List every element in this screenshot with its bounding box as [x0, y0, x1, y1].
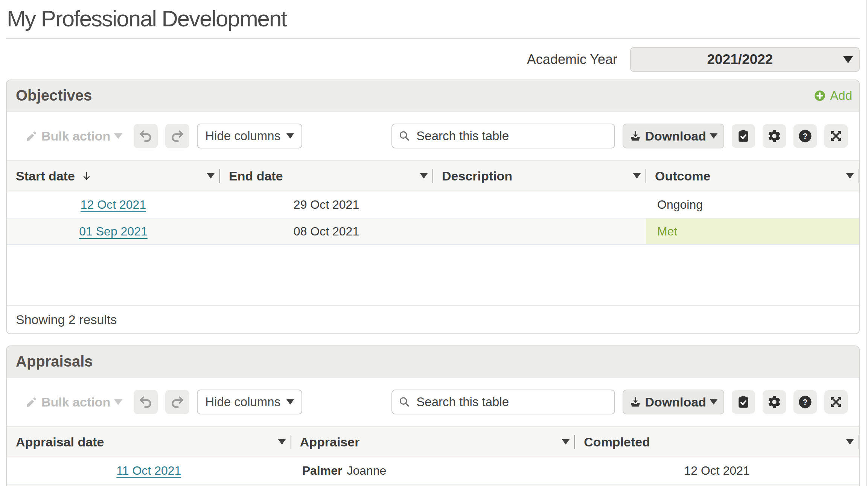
- download-button[interactable]: Download: [623, 390, 724, 414]
- start-date-cell: 12 Oct 2021: [7, 191, 220, 218]
- objectives-panel: Objectives Add Bulk action: [6, 79, 860, 334]
- outcome-cell: Met: [646, 219, 859, 244]
- objectives-results-count: Showing 2 results: [7, 306, 859, 333]
- help-button[interactable]: ?: [793, 390, 817, 414]
- select-rows-button[interactable]: [732, 124, 755, 148]
- undo-icon: [138, 394, 153, 410]
- academic-year-row: Academic Year 2021/2022: [6, 47, 860, 72]
- objectives-header: Objectives Add: [7, 80, 859, 112]
- appraisals-title: Appraisals: [16, 353, 93, 370]
- chevron-down-icon: [710, 133, 717, 139]
- undo-button[interactable]: [134, 390, 158, 414]
- redo-button[interactable]: [165, 390, 189, 414]
- search-icon: [398, 395, 411, 409]
- column-header-outcome[interactable]: Outcome: [646, 161, 859, 191]
- appraisal-date-cell: 11 Oct 2021: [7, 457, 291, 484]
- add-objective-button[interactable]: Add: [814, 89, 852, 103]
- chevron-down-icon: [710, 399, 717, 405]
- chevron-down-icon: [114, 399, 122, 405]
- academic-year-select[interactable]: 2021/2022: [630, 47, 860, 72]
- chevron-down-icon: [286, 399, 294, 405]
- page-right-divider: [866, 0, 866, 486]
- start-date-cell: 01 Sep 2021: [7, 219, 220, 244]
- academic-year-value: 2021/2022: [707, 52, 773, 67]
- help-button[interactable]: ?: [793, 124, 817, 148]
- chevron-down-icon: [286, 133, 294, 139]
- column-header-start-date[interactable]: Start date: [7, 161, 220, 191]
- academic-year-label: Academic Year: [527, 52, 617, 67]
- column-header-end-date[interactable]: End date: [220, 161, 433, 191]
- start-date-link[interactable]: 01 Sep 2021: [79, 225, 148, 238]
- clipboard-check-icon: [736, 395, 751, 409]
- undo-button[interactable]: [134, 124, 158, 148]
- gear-icon: [767, 129, 781, 143]
- end-date-cell: 08 Oct 2021: [220, 219, 433, 244]
- end-date-cell: 29 Oct 2021: [220, 191, 433, 218]
- select-rows-button[interactable]: [732, 390, 755, 414]
- filter-caret-icon[interactable]: [420, 173, 428, 179]
- column-header-appraiser[interactable]: Appraiser: [291, 427, 575, 457]
- filter-caret-icon[interactable]: [633, 173, 641, 179]
- fullscreen-button[interactable]: [824, 124, 848, 148]
- appraisals-header: Appraisals: [7, 346, 859, 377]
- download-icon: [629, 396, 641, 408]
- objectives-toolbar: Bulk action Hide columns: [7, 112, 859, 161]
- table-row: 11 Oct 2021 Palmer Joanne 12 Oct 2021: [7, 457, 859, 484]
- filter-caret-icon[interactable]: [562, 439, 570, 445]
- appraisals-table-header: Appraisal date Appraiser Completed: [7, 427, 859, 457]
- expand-arrows-icon: [829, 129, 843, 143]
- plus-circle-icon: [814, 90, 825, 101]
- download-button[interactable]: Download: [623, 124, 724, 148]
- chevron-down-icon: [843, 56, 853, 63]
- clipboard-check-icon: [736, 129, 751, 143]
- settings-button[interactable]: [763, 390, 786, 414]
- download-icon: [629, 130, 641, 142]
- appraiser-cell: Palmer Joanne: [291, 457, 575, 484]
- objectives-title: Objectives: [16, 87, 92, 104]
- bulk-action-button[interactable]: Bulk action: [26, 395, 122, 410]
- filter-caret-icon[interactable]: [278, 439, 286, 445]
- table-row: 01 Sep 2021 08 Oct 2021 Met: [7, 218, 859, 245]
- search-input[interactable]: [416, 128, 608, 144]
- description-cell: [433, 219, 646, 244]
- filter-caret-icon[interactable]: [846, 173, 854, 179]
- question-circle-icon: ?: [798, 129, 812, 143]
- appraisal-date-link[interactable]: 11 Oct 2021: [116, 464, 181, 478]
- svg-text:?: ?: [803, 131, 808, 141]
- column-header-completed[interactable]: Completed: [575, 427, 859, 457]
- table-row: 12 Oct 2021 29 Oct 2021 Ongoing: [7, 191, 859, 218]
- pencil-icon: [26, 130, 38, 142]
- appraisals-panel: Appraisals Bulk action Hide: [6, 345, 860, 486]
- filter-caret-icon[interactable]: [207, 173, 215, 179]
- page-title: My Professional Development: [6, 0, 860, 39]
- chevron-down-icon: [114, 133, 122, 139]
- table-empty-space: [7, 245, 859, 306]
- search-input[interactable]: [416, 394, 608, 410]
- outcome-cell: Ongoing: [646, 191, 859, 218]
- appraiser-surname: Palmer: [302, 464, 343, 478]
- redo-icon: [170, 128, 185, 144]
- start-date-link[interactable]: 12 Oct 2021: [81, 198, 146, 212]
- gear-icon: [767, 395, 781, 409]
- table-search: [391, 390, 615, 414]
- sort-descending-icon: [81, 170, 92, 182]
- search-icon: [398, 129, 411, 143]
- table-row-partial: [7, 484, 859, 486]
- filter-caret-icon[interactable]: [846, 439, 854, 445]
- hide-columns-button[interactable]: Hide columns: [197, 390, 302, 414]
- question-circle-icon: ?: [798, 395, 812, 409]
- settings-button[interactable]: [763, 124, 786, 148]
- appraisals-toolbar: Bulk action Hide columns: [7, 377, 859, 427]
- svg-text:?: ?: [803, 397, 808, 407]
- undo-icon: [138, 128, 153, 144]
- bulk-action-button[interactable]: Bulk action: [26, 129, 122, 144]
- redo-button[interactable]: [165, 124, 189, 148]
- column-header-description[interactable]: Description: [433, 161, 646, 191]
- objectives-table-header: Start date End date Description Outcome: [7, 161, 859, 191]
- table-search: [391, 124, 615, 148]
- appraiser-forename: Joanne: [347, 464, 386, 478]
- expand-arrows-icon: [829, 395, 843, 409]
- column-header-appraisal-date[interactable]: Appraisal date: [7, 427, 291, 457]
- fullscreen-button[interactable]: [824, 390, 848, 414]
- hide-columns-button[interactable]: Hide columns: [197, 124, 302, 148]
